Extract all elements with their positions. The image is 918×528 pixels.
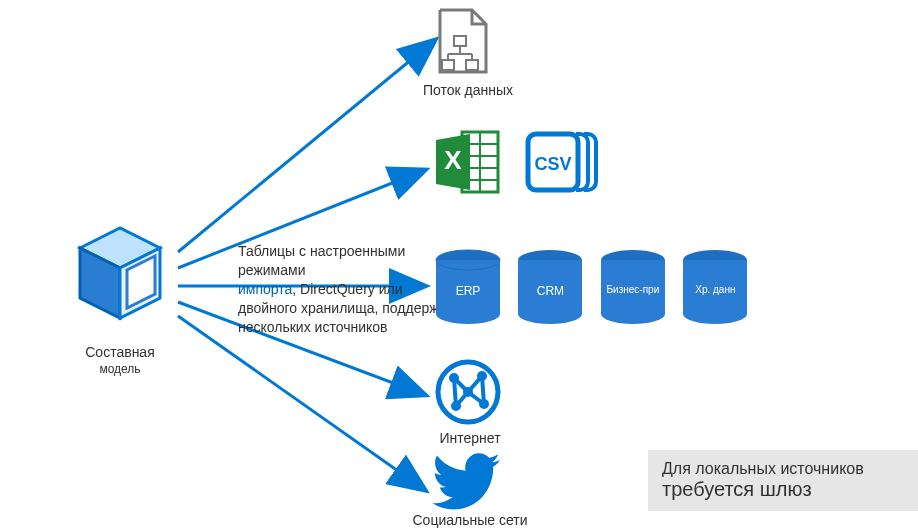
gateway-note-line2: требуется шлюз bbox=[662, 478, 910, 501]
svg-line-40 bbox=[468, 376, 482, 392]
composite-model-label-line2: модель bbox=[99, 362, 140, 376]
databases-row: ERP CRM Бизнес-при Хр. данн bbox=[432, 248, 757, 328]
db-lob: Бизнес-при bbox=[597, 248, 669, 328]
internet-icon bbox=[432, 356, 504, 432]
db-erp-label: ERP bbox=[432, 284, 504, 298]
db-erp: ERP bbox=[432, 248, 504, 328]
diagram-canvas: Составная модель Таблицы с настроенными … bbox=[0, 0, 918, 528]
db-dw: Хр. данн bbox=[679, 248, 751, 328]
center-line2a: импорта bbox=[238, 281, 292, 297]
center-line3: двойного хранилища, поддержка bbox=[238, 300, 453, 316]
svg-text:X: X bbox=[444, 145, 462, 175]
center-description: Таблицы с настроенными режимами импорта,… bbox=[238, 242, 458, 336]
excel-icon: X bbox=[432, 126, 504, 202]
gateway-note-line1: Для локальных источников bbox=[662, 460, 910, 478]
arrow-social bbox=[178, 316, 425, 490]
csv-text: CSV bbox=[534, 154, 571, 174]
center-line2b: , DirectQuery или bbox=[292, 281, 402, 297]
db-dw-label: Хр. данн bbox=[679, 284, 751, 295]
db-lob-label: Бизнес-при bbox=[597, 284, 669, 295]
svg-point-32 bbox=[683, 304, 747, 324]
svg-line-44 bbox=[482, 376, 484, 404]
center-line1: Таблицы с настроенными режимами bbox=[238, 243, 405, 278]
internet-label: Интернет bbox=[420, 430, 520, 446]
social-label: Социальные сети bbox=[400, 512, 540, 528]
csv-icon: CSV bbox=[522, 126, 602, 202]
center-line4: нескольких источников bbox=[238, 319, 387, 335]
gateway-note: Для локальных источников требуется шлюз bbox=[648, 450, 918, 511]
db-crm-label: CRM bbox=[514, 284, 586, 298]
composite-model-icon bbox=[60, 218, 180, 342]
dataflow-label: Поток данных bbox=[408, 82, 528, 98]
twitter-icon bbox=[432, 452, 502, 514]
svg-point-26 bbox=[518, 304, 582, 324]
composite-model-label-line1: Составная bbox=[85, 344, 154, 360]
arrow-dataflow bbox=[178, 40, 435, 252]
dataflow-icon bbox=[432, 6, 496, 82]
composite-model-label: Составная модель bbox=[60, 344, 180, 376]
svg-point-29 bbox=[601, 304, 665, 324]
svg-line-43 bbox=[454, 378, 456, 406]
svg-point-22 bbox=[436, 304, 500, 324]
db-crm: CRM bbox=[514, 248, 586, 328]
